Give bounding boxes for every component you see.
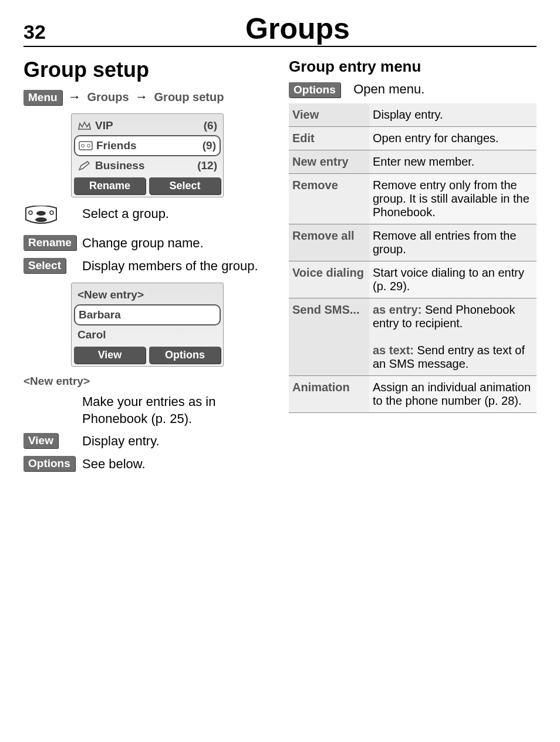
list-item-count: (6) — [204, 119, 217, 132]
phone-screen-members: <New entry> Barbara Carol View Options — [71, 283, 224, 367]
page-title: Groups — [59, 12, 537, 46]
section-heading-group-setup: Group setup — [23, 58, 271, 82]
arrow-icon: → — [135, 89, 148, 104]
list-item-label: Friends — [96, 139, 203, 152]
rename-button[interactable]: Rename — [23, 235, 76, 250]
option-value: Remove entry only from the group. It is … — [369, 174, 537, 224]
view-button[interactable]: View — [23, 433, 58, 448]
send-sms-as-text-label: as text: — [373, 344, 414, 357]
option-key: Animation — [289, 376, 369, 413]
list-item-label: Carol — [77, 328, 217, 341]
table-row: Remove Remove entry only from the group.… — [289, 174, 537, 224]
select-button[interactable]: Select — [23, 258, 66, 273]
softkey-view[interactable]: View — [74, 347, 146, 364]
breadcrumb-level2: Group setup — [154, 90, 224, 103]
view-description: Display entry. — [82, 433, 271, 450]
navkey-description: Select a group. — [82, 206, 271, 223]
option-value: Remove all entries from the group. — [369, 224, 537, 261]
phone-screen-groups: VIP (6) Friends (9) Business (12) Rename… — [71, 113, 224, 197]
options-button[interactable]: Options — [289, 82, 340, 98]
option-key: Voice dialing — [289, 261, 369, 298]
send-sms-as-entry-label: as entry: — [373, 303, 421, 316]
list-item-label: Barbara — [79, 308, 216, 321]
options-open-menu-text: Open menu. — [353, 82, 424, 96]
arrow-icon: → — [68, 89, 81, 104]
option-key: Remove — [289, 174, 369, 224]
option-key: View — [289, 103, 369, 127]
table-row: Animation Assign an individual animation… — [289, 376, 537, 413]
rename-description: Change group name. — [82, 235, 271, 252]
new-entry-heading: <New entry> — [23, 375, 271, 388]
table-row: View Display entry. — [289, 103, 537, 127]
table-row: Send SMS... as entry: Send Phonebook ent… — [289, 298, 537, 376]
table-row: Remove all Remove all entries from the g… — [289, 224, 537, 261]
list-item[interactable]: Business (12) — [74, 156, 221, 175]
pen-icon — [77, 160, 92, 172]
option-value: Start voice dialing to an entry (p. 29). — [369, 261, 537, 298]
softkey-rename[interactable]: Rename — [74, 177, 146, 194]
list-item[interactable]: VIP (6) — [74, 116, 221, 135]
table-row: New entry Enter new member. — [289, 150, 537, 174]
softkey-options[interactable]: Options — [149, 347, 221, 364]
table-row: Voice dialing Start voice dialing to an … — [289, 261, 537, 298]
list-item-count: (12) — [197, 159, 217, 172]
cassette-icon — [79, 140, 93, 152]
new-entry-description: Make your entries as in Phonebook (p. 25… — [82, 394, 271, 427]
option-value: Assign an individual animation to the ph… — [369, 376, 537, 413]
list-item-label: VIP — [95, 119, 204, 132]
softkey-select[interactable]: Select — [149, 177, 221, 194]
option-key: Remove all — [289, 224, 369, 261]
subheading-group-entry-menu: Group entry menu — [289, 58, 537, 76]
svg-point-2 — [87, 145, 90, 147]
select-description: Display members of the group. — [82, 258, 271, 275]
option-value: as entry: Send Phonebook entry to recipi… — [369, 298, 537, 376]
option-key: New entry — [289, 150, 369, 174]
list-item[interactable]: <New entry> — [74, 286, 221, 304]
breadcrumb: Menu → Groups → Group setup — [23, 89, 271, 105]
options-description: See below. — [82, 456, 271, 473]
navkey-icon — [23, 206, 59, 229]
list-item-label: Business — [95, 159, 197, 172]
option-value: Enter new member. — [369, 150, 537, 174]
list-item-label: <New entry> — [77, 288, 217, 301]
svg-point-1 — [82, 145, 85, 147]
list-item[interactable]: Barbara — [74, 304, 221, 325]
option-value: Display entry. — [369, 103, 537, 127]
option-key: Edit — [289, 127, 369, 150]
svg-point-6 — [35, 217, 47, 222]
crown-icon — [77, 120, 92, 132]
list-item[interactable]: Carol — [74, 325, 221, 344]
option-key: Send SMS... — [289, 298, 369, 376]
menu-button[interactable]: Menu — [23, 90, 62, 105]
list-item[interactable]: Friends (9) — [74, 135, 221, 156]
page-number: 32 — [23, 21, 59, 43]
breadcrumb-level1: Groups — [87, 90, 129, 103]
option-value: Open entry for changes. — [369, 127, 537, 150]
options-button[interactable]: Options — [23, 456, 75, 471]
list-item-count: (9) — [203, 139, 216, 152]
table-row: Edit Open entry for changes. — [289, 127, 537, 150]
options-table: View Display entry. Edit Open entry for … — [289, 103, 537, 413]
svg-point-5 — [36, 211, 46, 216]
